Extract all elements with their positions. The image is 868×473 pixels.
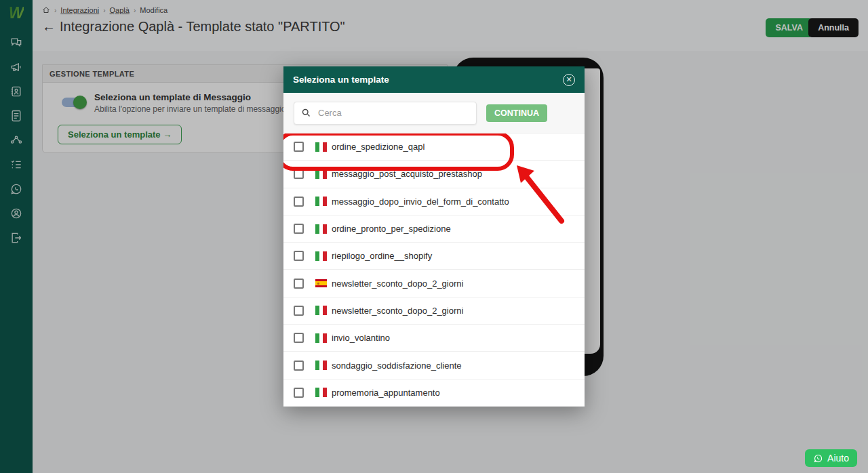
list-item[interactable]: ordine_pronto_per_spedizione <box>283 215 585 243</box>
template-name: riepilogo_ordine__shopify <box>332 251 432 261</box>
flag-italy-icon <box>315 142 327 152</box>
list-item[interactable]: newsletter_sconto_dopo_2_giorni <box>283 297 585 325</box>
checkbox[interactable] <box>294 333 304 343</box>
list-item[interactable]: promemoria_appuntamento <box>283 379 585 407</box>
select-template-modal: Seleziona un template ✕ CONTINUA ordine_… <box>283 66 585 407</box>
template-name: ordine_spedizione_qapl <box>332 142 425 152</box>
flag-italy-icon <box>315 169 327 179</box>
search-box <box>294 102 477 125</box>
checkbox[interactable] <box>294 169 304 179</box>
search-input[interactable] <box>318 108 469 118</box>
flag-italy-icon <box>315 224 327 234</box>
list-item[interactable]: riepilogo_ordine__shopify <box>283 243 585 270</box>
checkbox[interactable] <box>294 197 304 207</box>
list-item[interactable]: messaggio_dopo_invio_del_form_di_contatt… <box>283 188 585 215</box>
flag-italy-icon <box>315 251 327 261</box>
help-button[interactable]: Aiuto <box>805 449 857 467</box>
checkbox[interactable] <box>294 306 304 316</box>
list-item[interactable]: newsletter_sconto_dopo_2_giorni <box>283 270 585 297</box>
template-name: sondaggio_soddisfazione_cliente <box>332 361 462 371</box>
whatsapp-help-icon <box>813 453 823 464</box>
checkbox[interactable] <box>294 388 304 398</box>
template-name: newsletter_sconto_dopo_2_giorni <box>332 279 463 289</box>
checkbox[interactable] <box>294 279 304 289</box>
template-name: promemoria_appuntamento <box>332 388 440 398</box>
continue-button[interactable]: CONTINUA <box>486 104 547 122</box>
list-item[interactable]: ordine_spedizione_qapl <box>283 133 585 161</box>
template-name: invio_volantino <box>332 333 390 343</box>
list-item[interactable]: messaggio_post_acquisto_prestashop <box>283 161 585 188</box>
flag-italy-icon <box>315 361 327 370</box>
checkbox[interactable] <box>294 251 304 261</box>
checkbox[interactable] <box>294 224 304 234</box>
flag-italy-icon <box>315 333 327 343</box>
template-name: newsletter_sconto_dopo_2_giorni <box>332 306 463 316</box>
flag-italy-icon <box>315 306 327 315</box>
template-list: ordine_spedizione_qapl messaggio_post_ac… <box>283 133 585 407</box>
template-name: ordine_pronto_per_spedizione <box>332 224 451 234</box>
close-icon[interactable]: ✕ <box>563 74 575 86</box>
checkbox[interactable] <box>294 361 304 371</box>
checkbox[interactable] <box>294 142 304 152</box>
search-icon <box>301 108 311 118</box>
app-window: W <box>0 0 868 473</box>
flag-italy-icon <box>315 388 327 397</box>
modal-title: Seleziona un template <box>293 75 389 85</box>
flag-italy-icon <box>315 197 327 206</box>
list-item[interactable]: invio_volantino <box>283 325 585 352</box>
flag-spain-icon <box>315 279 327 287</box>
help-button-label: Aiuto <box>827 453 849 464</box>
list-item[interactable]: sondaggio_soddisfazione_cliente <box>283 352 585 379</box>
template-name: messaggio_dopo_invio_del_form_di_contatt… <box>332 197 509 207</box>
template-name: messaggio_post_acquisto_prestashop <box>332 169 482 179</box>
